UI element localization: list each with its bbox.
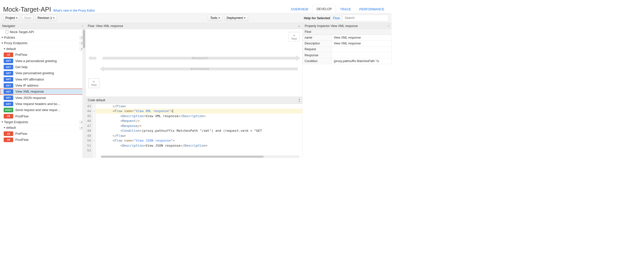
flow-item[interactable]: AllPostFlow [0,137,86,143]
property-key: Description [303,41,332,46]
flow-item[interactable]: GETView API affirmation [0,76,86,82]
flow-item[interactable]: POSTSend request and view reque… [0,107,86,113]
search-input[interactable] [342,15,388,21]
method-badge: GET [4,95,13,100]
nav-scrollbar[interactable] [82,29,85,158]
flow-label: Get help [15,65,28,69]
help-for-selected-label: Help for Selected [304,16,330,20]
section-policies[interactable]: Policies+ [0,35,86,40]
code-editor[interactable]: 43444546474849505152 ▾▾ </Flow> <Flow na… [86,104,302,158]
flow-item[interactable]: AllPreFlow [0,52,86,58]
header: Mock-Target-API What's new in the Proxy … [0,0,392,13]
inspector-panel: Property Inspector View XML response » F… [303,23,392,158]
flow-label: View personalized greeting [15,71,54,75]
triangle-down-icon [2,121,3,122]
flow-label: View API affirmation [15,77,44,81]
plus-icon: + [93,80,95,84]
flow-item[interactable]: GETGet help [0,64,86,70]
add-step-response[interactable]: + Step [88,78,99,88]
h-scrollbar[interactable] [101,155,299,158]
collapse-up-icon[interactable]: ▲ [298,25,300,27]
property-key: Condition [303,58,332,64]
code-updown-icon[interactable]: ▲▼ [298,98,300,102]
whats-new-link[interactable]: What's new in the Proxy Editor [53,9,95,12]
center-panel: Flow: View XML response ▲ + Step REQUEST… [86,23,303,158]
flow-label: View request headers and bo… [15,102,61,106]
flow-item[interactable]: GETView request headers and bo… [0,101,86,107]
property-value[interactable]: (proxy.pathsuffix MatchesPath "/x [332,58,392,64]
project-dropdown[interactable]: Project [3,15,20,21]
inspector-title: Property Inspector View XML response [305,24,358,28]
inspector-section: Flow [303,29,392,35]
deployment-dropdown[interactable]: Deployment [224,15,248,21]
nav-root[interactable]: Mock-Target-API [0,29,86,35]
method-badge: GET [4,89,13,94]
triangle-down-icon [4,127,5,128]
flow-item[interactable]: AllPreFlow [0,130,86,137]
navigator-panel: Navigator « Mock-Target-APIPolicies+Prox… [0,23,86,158]
request-pipeline: REQUEST [102,57,298,60]
save-button[interactable]: Save [22,15,33,21]
revision-dropdown[interactable]: Revision 1 [35,15,57,21]
method-badge: All [4,131,13,136]
flow-item[interactable]: GETView a personalized greeting [0,58,86,64]
property-row: DescriptionView XML response [303,41,391,46]
target-default[interactable]: default+ [0,125,86,130]
code-title: Code default [88,98,105,102]
property-key: name [303,35,332,41]
flow-item[interactable]: GETView IP address [0,82,86,88]
tools-dropdown[interactable]: Tools [208,15,223,21]
flow-canvas: + Step REQUEST RESPONSE + Step [86,29,302,97]
property-value[interactable]: View XML response [332,35,392,41]
property-table: nameView XML responseDescriptionView XML… [303,35,392,64]
caret-down-icon [244,17,246,18]
collapse-left-icon[interactable]: « [82,24,83,28]
file-icon [6,30,8,34]
collapse-right-icon[interactable]: » [388,24,389,28]
proxy-default[interactable]: default+ [0,46,86,51]
flow-title: Flow: View XML response [88,24,123,28]
caret-down-icon [16,17,18,18]
flow-item[interactable]: GETView personalized greeting [0,70,86,76]
method-badge: GET [4,83,13,88]
method-badge: All [4,114,13,118]
method-badge: All [4,138,13,142]
section-proxy-endpoints[interactable]: Proxy Endpoints+ [0,40,86,46]
flow-label: View JSON response [15,96,46,100]
flow-label: Send request and view reque… [15,108,61,112]
property-row: nameView XML response [303,35,391,41]
toolbar: Project Save Revision 1 Tools Deployment… [0,13,392,23]
flow-item[interactable]: GETView XML response [0,89,86,95]
request-stub [90,57,96,60]
flow-help-link[interactable]: Flow [333,16,340,20]
tab-overview[interactable]: OVERVIEW [287,5,312,13]
arrow-left-icon [100,66,104,72]
flow-label: PostFlow [15,114,29,118]
response-pipeline: RESPONSE [102,68,298,70]
property-row: Condition(proxy.pathsuffix MatchesPath "… [303,58,391,64]
tab-performance[interactable]: PERFORMANCE [355,5,388,13]
method-badge: GET [4,59,13,63]
property-key: Response [303,52,332,58]
method-badge: GET [4,71,13,75]
flow-label: PreFlow [15,132,27,136]
flow-label: View a personalized greeting [15,59,57,63]
header-tabs: OVERVIEWDEVELOPTRACEPERFORMANCE [287,0,389,13]
method-badge: All [4,53,13,57]
property-value[interactable] [332,46,392,52]
tab-develop[interactable]: DEVELOP [312,5,336,13]
triangle-down-icon [2,43,3,44]
flow-item[interactable]: GETView JSON response [0,95,86,101]
tab-trace[interactable]: TRACE [336,5,355,13]
property-row: Response [303,52,391,58]
method-badge: GET [4,77,13,82]
caret-down-icon [218,17,220,18]
flow-label: View XML response [15,90,44,94]
method-badge: GET [4,65,13,69]
property-value[interactable] [332,52,392,58]
property-value[interactable]: View XML response [332,41,392,46]
flow-item[interactable]: AllPostFlow [0,113,86,119]
proxy-title: Mock-Target-API [3,6,51,13]
add-step-request[interactable]: + Step [289,32,300,42]
section-target-endpoints[interactable]: Target Endpoints+ [0,119,86,125]
